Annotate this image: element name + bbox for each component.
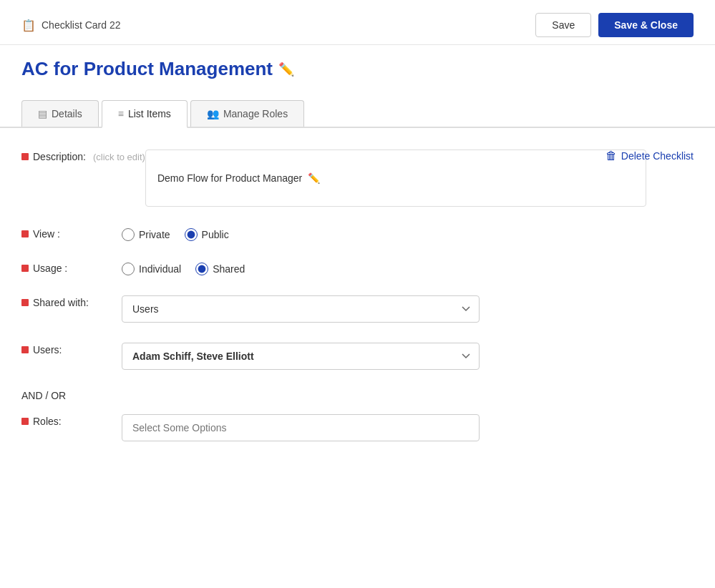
tabs-row: ▤ Details ≡ List Items 👥 Manage Roles — [0, 100, 715, 128]
details-tab-label: Details — [52, 108, 82, 119]
view-private-option[interactable]: Private — [122, 228, 170, 241]
users-label-text: Users: — [33, 344, 62, 356]
view-public-radio[interactable] — [185, 228, 198, 241]
users-field-row: Users: Adam Schiff, Steve Elliott — [21, 343, 694, 370]
and-or-label: AND / OR — [21, 390, 694, 401]
tab-details[interactable]: ▤ Details — [21, 100, 99, 127]
save-close-button[interactable]: Save & Close — [598, 13, 694, 37]
description-click-hint: (click to edit) — [93, 152, 145, 162]
description-field-row: Description: (click to edit) Demo Flow f… — [21, 150, 694, 207]
details-tab-icon: ▤ — [38, 108, 47, 119]
view-public-label: Public — [202, 229, 229, 240]
description-value: Demo Flow for Product Manager — [157, 172, 302, 184]
description-label: Description: (click to edit) — [21, 150, 145, 162]
usage-shared-radio[interactable] — [195, 263, 208, 275]
title-edit-icon[interactable]: ✏️ — [278, 62, 294, 77]
usage-required-dot — [21, 265, 29, 272]
users-label: Users: — [21, 343, 122, 356]
roles-field-row: Roles: — [21, 414, 694, 441]
usage-radio-group: Individual Shared — [122, 261, 245, 275]
usage-shared-label: Shared — [213, 263, 245, 275]
users-required-dot — [21, 346, 29, 353]
usage-label: Usage : — [21, 261, 122, 274]
view-label: View : — [21, 227, 122, 240]
page-title-area: AC for Product Management ✏️ — [0, 45, 715, 87]
shared-with-field-row: Shared with: Users Groups Everyone — [21, 295, 694, 323]
tab-manage-roles[interactable]: 👥 Manage Roles — [190, 100, 304, 127]
view-label-text: View : — [33, 228, 60, 240]
description-label-text: Description: — [33, 151, 86, 162]
manage-roles-tab-icon: 👥 — [207, 108, 219, 119]
content-area: 🗑 Delete Checklist Description: (click t… — [0, 128, 715, 483]
usage-individual-option[interactable]: Individual — [122, 263, 181, 275]
view-public-option[interactable]: Public — [185, 228, 229, 241]
roles-input[interactable] — [122, 414, 480, 441]
delete-icon: 🗑 — [605, 150, 617, 162]
shared-with-required-dot — [21, 299, 29, 306]
delete-checklist-label: Delete Checklist — [621, 150, 694, 162]
roles-label: Roles: — [21, 414, 122, 427]
page-header: 📋 Checklist Card 22 Save Save & Close — [0, 0, 715, 45]
usage-field-row: Usage : Individual Shared — [21, 261, 694, 275]
list-items-tab-icon: ≡ — [118, 108, 124, 119]
view-private-label: Private — [139, 229, 170, 240]
view-required-dot — [21, 230, 29, 237]
users-select[interactable]: Adam Schiff, Steve Elliott — [122, 343, 480, 370]
checklist-icon: 📋 — [21, 19, 36, 32]
view-field-row: View : Private Public — [21, 227, 694, 241]
checklist-label: Checklist Card 22 — [42, 19, 121, 31]
roles-required-dot — [21, 418, 29, 425]
header-buttons: Save Save & Close — [535, 13, 694, 37]
roles-label-text: Roles: — [33, 416, 62, 427]
page-title-text: AC for Product Management — [21, 58, 273, 80]
view-radio-group: Private Public — [122, 227, 229, 241]
description-box[interactable]: Demo Flow for Product Manager ✏️ — [145, 150, 646, 207]
shared-with-select[interactable]: Users Groups Everyone — [122, 295, 480, 323]
description-edit-icon[interactable]: ✏️ — [308, 172, 320, 184]
tab-list-items[interactable]: ≡ List Items — [102, 100, 188, 128]
usage-individual-radio[interactable] — [122, 263, 135, 275]
usage-individual-label: Individual — [139, 263, 181, 275]
page-title: AC for Product Management ✏️ — [21, 58, 694, 80]
view-private-radio[interactable] — [122, 228, 135, 241]
shared-with-label-text: Shared with: — [33, 297, 89, 308]
usage-label-text: Usage : — [33, 263, 67, 274]
manage-roles-tab-label: Manage Roles — [223, 108, 288, 119]
save-button[interactable]: Save — [535, 13, 591, 37]
delete-checklist-button[interactable]: 🗑 Delete Checklist — [605, 150, 694, 162]
list-items-tab-label: List Items — [128, 108, 171, 119]
usage-shared-option[interactable]: Shared — [195, 263, 245, 275]
shared-with-label: Shared with: — [21, 295, 122, 308]
description-required-dot — [21, 153, 29, 160]
header-left: 📋 Checklist Card 22 — [21, 19, 121, 32]
